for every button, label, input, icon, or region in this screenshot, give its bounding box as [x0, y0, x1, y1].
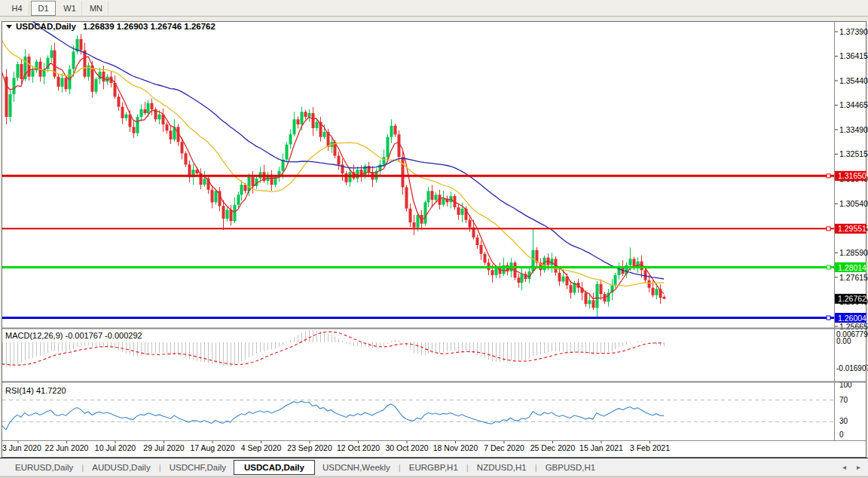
svg-text:1.26762: 1.26762	[838, 294, 866, 303]
tab-scroll-left-icon[interactable]: ◂	[842, 463, 846, 471]
current-price-badge: 1.26762	[835, 294, 866, 304]
date-tick-label: 10 Jul 2020	[95, 443, 136, 452]
level-badge-1.28014: 1.28014	[835, 262, 866, 272]
date-tick-label: 7 Dec 2020	[484, 443, 524, 452]
date-tick-label: 25 Dec 2020	[530, 443, 576, 452]
price-tick-label: 1.32515	[839, 149, 868, 158]
price-tick-label: 1.35440	[839, 76, 868, 85]
chart-window: 1.373901.364151.354401.344651.334901.325…	[0, 17, 868, 458]
tab-scroll-arrows: ◂▸	[842, 463, 860, 471]
tab-usdcnh[interactable]: USDCNH,Weekly	[315, 461, 398, 474]
price-tick-label: 1.33490	[839, 125, 868, 134]
svg-text:1.28014: 1.28014	[838, 263, 866, 272]
level-handle[interactable]	[827, 174, 830, 178]
svg-text:1.26004: 1.26004	[838, 314, 866, 323]
date-tick-label: 3 Feb 2021	[630, 443, 670, 452]
level-badge-1.26004: 1.26004	[835, 313, 866, 323]
macd-label: MACD(12,26,9) -0.001767 -0.000292	[5, 331, 142, 340]
tab-usdcad[interactable]: USDCAD,Daily	[234, 460, 315, 475]
chart-title-ohlc: 1.26839 1.26903 1.26746 1.26762	[83, 22, 215, 31]
rsi-scale-label: 0	[839, 431, 844, 439]
date-tick-label: 23 Sep 2020	[287, 443, 332, 452]
date-tick-label: 22 Jun 2020	[45, 443, 89, 452]
tab-audusd[interactable]: AUDUSD,Daily	[84, 461, 157, 474]
rsi-scale-label: 30	[839, 417, 848, 425]
tab-eurgbp[interactable]: EURGBP,H1	[402, 461, 466, 474]
price-tick-label: 1.28590	[839, 248, 868, 257]
timeframe-button-h4[interactable]: H4	[5, 1, 29, 16]
tab-nzdusd[interactable]: NZDUSD,H1	[469, 461, 534, 474]
price-tick-label: 1.27615	[839, 273, 868, 282]
tab-separator: |	[466, 463, 469, 472]
tab-separator: |	[81, 463, 84, 472]
level-handle[interactable]	[827, 227, 830, 231]
rsi-scale-label: 70	[839, 396, 848, 404]
price-tick-label: 1.36415	[839, 51, 868, 60]
date-tick-label: 18 Nov 2020	[433, 443, 478, 452]
date-tick-label: 17 Aug 2020	[191, 443, 235, 452]
level-badge-1.31650: 1.31650	[835, 171, 866, 181]
chart-background	[2, 22, 866, 458]
price-tick-label: 1.34465	[839, 100, 868, 109]
date-tick-label: 4 Sep 2020	[241, 443, 282, 452]
tab-gbpusd[interactable]: GBPUSD,H1	[538, 461, 603, 474]
date-tick-label: 15 Jan 2021	[579, 443, 623, 452]
tab-separator: |	[535, 463, 537, 472]
tab-usdchf[interactable]: USDCHF,Daily	[162, 461, 234, 474]
date-tick-label: 29 Jul 2020	[143, 443, 184, 452]
tab-separator: |	[159, 463, 161, 472]
date-tick-label: 30 Oct 2020	[385, 443, 428, 452]
timeframe-button-mn[interactable]: MN	[84, 1, 108, 16]
timeframe-toolbar: H4D1W1MN	[0, 0, 868, 17]
price-tick-label: 1.25665	[839, 322, 868, 331]
date-tick-label: 12 Oct 2020	[337, 443, 380, 452]
date-tick-label: 3 Jun 2020	[2, 443, 41, 452]
rsi-label: RSI(14) 41.7220	[5, 386, 66, 395]
tab-scroll-right-icon[interactable]: ▸	[857, 463, 860, 471]
price-tick-label: 1.30540	[839, 199, 868, 208]
macd-scale-label: 0.00	[836, 337, 851, 345]
tab-separator: |	[399, 463, 401, 472]
price-tick-label: 1.37390	[839, 27, 868, 36]
svg-text:1.29551: 1.29551	[838, 224, 866, 233]
tab-eurusd[interactable]: EURUSD,Daily	[8, 461, 81, 474]
timeframe-button-w1[interactable]: W1	[57, 1, 82, 16]
level-badge-1.29551: 1.29551	[835, 224, 866, 234]
level-handle[interactable]	[827, 316, 830, 320]
level-handle[interactable]	[827, 265, 830, 269]
chart-title-symbol: USDCAD,Daily	[16, 22, 76, 31]
svg-text:1.31650: 1.31650	[838, 171, 866, 180]
chart-canvas[interactable]: 1.373901.364151.354401.344651.334901.325…	[0, 17, 868, 458]
chart-tabbar: EURUSD,Daily|AUDUSD,Daily|USDCHF,DailyUS…	[0, 458, 868, 476]
macd-scale-label: -0.016907	[836, 364, 868, 372]
timeframe-button-d1[interactable]: D1	[31, 1, 56, 16]
